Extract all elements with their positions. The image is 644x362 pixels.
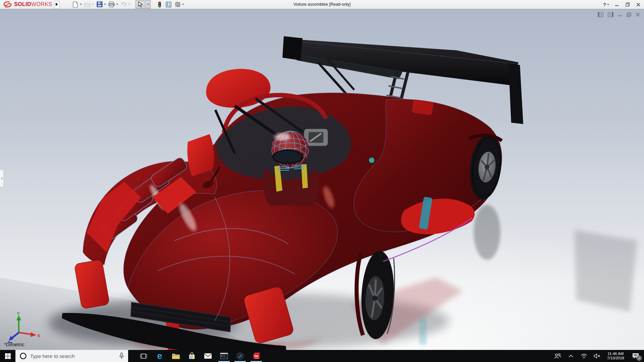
triad-x-label: X <box>37 333 40 338</box>
brand-text: SOLIDWORKS <box>14 1 52 7</box>
new-dropdown-caret[interactable] <box>80 4 82 5</box>
taskbar-clock[interactable]: 11:46 AM 7/13/2018 <box>605 352 626 361</box>
traffic-light-icon <box>156 1 163 8</box>
chevron-up-icon <box>569 355 573 358</box>
undo-dropdown-caret[interactable] <box>128 4 130 5</box>
window-controls: ? <box>603 0 641 9</box>
window-title: Voiture assomblee [Read-only] <box>293 2 351 7</box>
solidworks-window: SOLIDWORKS <box>0 0 644 362</box>
task-pane-button[interactable] <box>164 0 173 8</box>
undo-icon <box>120 1 127 8</box>
network-button[interactable] <box>579 350 589 362</box>
viewport-close-button[interactable] <box>636 12 640 17</box>
featuremanager-pane-handle[interactable] <box>0 170 4 187</box>
minimize-button[interactable] <box>614 2 620 8</box>
select-dropdown-caret[interactable] <box>147 4 149 5</box>
cmd-prompt-text: C:\_ <box>221 355 227 358</box>
save-icon <box>96 1 103 8</box>
menu-expander-button[interactable] <box>54 1 60 8</box>
mail-icon <box>204 353 212 359</box>
help-button[interactable]: ? <box>603 2 609 7</box>
triad-y-label: Y <box>17 311 20 316</box>
products-status-button[interactable] <box>155 0 164 8</box>
select-split <box>145 1 145 8</box>
select-tool-button[interactable] <box>136 0 151 9</box>
volume-button[interactable] <box>592 350 602 362</box>
file-explorer-button[interactable] <box>168 350 184 362</box>
toolbar-separator <box>151 4 155 5</box>
graphics-viewport[interactable]: Y X *Dimetric <box>0 9 644 350</box>
cortana-icon <box>19 352 27 360</box>
new-document-button[interactable] <box>71 0 83 8</box>
task-view-button[interactable] <box>136 350 152 362</box>
report-list-icon <box>165 1 172 8</box>
undo-button[interactable] <box>119 0 131 8</box>
restore-button[interactable] <box>625 2 631 8</box>
save-button[interactable] <box>95 0 107 8</box>
task-view-icon <box>140 353 147 359</box>
hexagon-app-icon <box>236 352 244 360</box>
document-window-controls <box>598 12 640 17</box>
orientation-triad: Y X <box>5 311 42 345</box>
solidworks-logo-icon <box>3 1 13 8</box>
edge-button[interactable]: e <box>152 350 168 362</box>
brand-solid: SOLID <box>14 1 31 7</box>
taskbar-search[interactable] <box>15 350 128 362</box>
viewport-restore-button[interactable] <box>627 12 631 17</box>
command-prompt-button[interactable]: C:\_ <box>216 350 232 362</box>
print-button[interactable] <box>107 0 119 8</box>
mail-button[interactable] <box>200 350 216 362</box>
open-dropdown-caret[interactable] <box>92 4 94 5</box>
solidworks-2017-icon: SW 2017 <box>252 352 261 360</box>
toolbar-separator <box>131 4 135 5</box>
close-icon <box>636 3 640 7</box>
open-button[interactable] <box>83 0 95 8</box>
select-cursor-icon <box>137 1 144 8</box>
wifi-icon <box>581 353 587 359</box>
print-dropdown-caret[interactable] <box>116 4 118 5</box>
open-folder-icon <box>84 1 91 8</box>
minimize-icon <box>615 3 619 7</box>
sw-year: 2017 <box>255 357 259 359</box>
expand-arrow-icon <box>56 3 58 6</box>
system-tray: 11:46 AM 7/13/2018 4 <box>553 350 644 362</box>
action-center-button[interactable]: 4 <box>629 350 642 362</box>
hexagon-app-button[interactable] <box>232 350 248 362</box>
clock-date: 7/13/2018 <box>607 356 624 361</box>
close-button[interactable] <box>635 2 641 8</box>
options-button[interactable] <box>173 0 185 8</box>
gear-icon <box>174 1 181 8</box>
viewport-minimize-button[interactable] <box>618 12 622 17</box>
store-icon <box>188 352 196 360</box>
expand-pane-right-button[interactable] <box>608 12 613 17</box>
search-input[interactable] <box>30 353 116 359</box>
main-toolbar <box>71 0 185 9</box>
show-hidden-icons-button[interactable] <box>566 350 576 362</box>
options-dropdown-caret[interactable] <box>182 4 184 5</box>
store-button[interactable] <box>184 350 200 362</box>
help-icon: ? <box>603 2 606 7</box>
windows-taskbar: e <box>0 350 644 362</box>
start-button[interactable] <box>0 350 15 362</box>
teal-detail <box>369 158 374 163</box>
solidworks-app-button[interactable]: SW 2017 <box>248 350 264 362</box>
help-dropdown-caret[interactable] <box>607 4 609 5</box>
solidworks-logo: SOLIDWORKS <box>0 0 52 9</box>
title-bar: SOLIDWORKS <box>0 0 644 9</box>
microphone-icon[interactable] <box>119 353 124 359</box>
save-dropdown-caret[interactable] <box>104 4 106 5</box>
pane-handle-dot <box>1 178 3 179</box>
print-icon <box>108 1 115 8</box>
restore-icon <box>626 2 630 7</box>
clock-time: 11:46 AM <box>607 352 624 356</box>
collapse-pane-left-button[interactable] <box>598 12 603 17</box>
edge-icon: e <box>157 352 162 361</box>
people-button[interactable] <box>553 350 563 362</box>
helmet-visor <box>273 150 303 164</box>
taskbar-apps: e <box>136 350 264 362</box>
windows-logo-icon <box>5 353 11 359</box>
notification-badge: 4 <box>637 356 642 361</box>
file-explorer-icon <box>172 353 180 359</box>
new-document-icon <box>72 1 79 8</box>
view-orientation-label: *Dimetric <box>4 342 24 347</box>
